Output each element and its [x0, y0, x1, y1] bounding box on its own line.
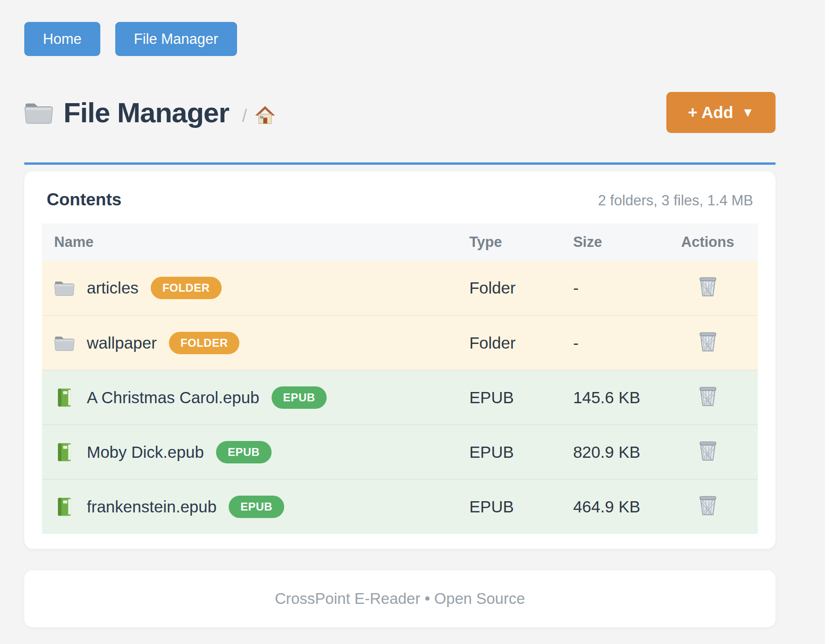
- trash-icon: [698, 401, 718, 408]
- footer: CrossPoint E-Reader • Open Source: [24, 570, 776, 627]
- type-cell: Folder: [457, 261, 561, 315]
- book-icon: [54, 497, 75, 517]
- size-cell: 464.9 KB: [561, 479, 657, 534]
- trash-icon: [698, 455, 718, 462]
- top-nav: Home File Manager: [24, 0, 776, 56]
- trash-icon: [698, 510, 718, 517]
- table-row[interactable]: A Christmas Carol.epub EPUB EPUB 145.6 K…: [42, 370, 758, 425]
- table-row[interactable]: frankenstein.epub EPUB EPUB 464.9 KB: [42, 479, 758, 534]
- table-row[interactable]: articles FOLDER Folder -: [42, 261, 758, 315]
- table-row[interactable]: Moby Dick.epub EPUB EPUB 820.9 KB: [42, 425, 758, 479]
- table-header-row: Name Type Size Actions: [42, 224, 758, 261]
- delete-button[interactable]: [698, 494, 718, 517]
- file-table: Name Type Size Actions: [42, 224, 758, 534]
- type-cell: EPUB: [457, 370, 561, 425]
- type-badge: EPUB: [216, 441, 272, 463]
- delete-button[interactable]: [698, 385, 718, 408]
- type-badge: EPUB: [272, 386, 327, 409]
- footer-text: CrossPoint E-Reader • Open Source: [275, 590, 525, 608]
- size-cell: -: [561, 261, 657, 315]
- add-button-label: + Add: [688, 103, 733, 122]
- type-cell: EPUB: [457, 425, 561, 479]
- file-name: wallpaper: [87, 334, 157, 352]
- file-name: frankenstein.epub: [87, 497, 217, 516]
- delete-button[interactable]: [698, 440, 718, 462]
- page-container: Home File Manager File Manager /: [24, 0, 776, 627]
- file-name: articles: [87, 279, 139, 297]
- chevron-down-icon: ▼: [741, 105, 754, 120]
- house-icon: [254, 119, 276, 126]
- book-icon: [54, 387, 75, 408]
- delete-button[interactable]: [698, 275, 718, 298]
- size-cell: -: [561, 315, 657, 370]
- book-icon: [54, 442, 75, 462]
- trash-icon: [698, 346, 718, 353]
- breadcrumb-home-link[interactable]: [254, 105, 276, 126]
- contents-summary: 2 folders, 3 files, 1.4 MB: [598, 192, 753, 209]
- type-badge: FOLDER: [151, 277, 222, 299]
- file-table-body: articles FOLDER Folder -: [42, 261, 758, 534]
- size-cell: 820.9 KB: [561, 425, 657, 479]
- file-name: A Christmas Carol.epub: [87, 388, 259, 407]
- file-manager-button[interactable]: File Manager: [115, 22, 237, 56]
- trash-icon: [698, 291, 718, 298]
- folder-icon: [54, 333, 75, 353]
- breadcrumb-separator: /: [242, 106, 247, 126]
- contents-card-header: Contents 2 folders, 3 files, 1.4 MB: [42, 190, 758, 224]
- home-button[interactable]: Home: [24, 22, 100, 56]
- page-title: File Manager: [63, 97, 229, 129]
- delete-button[interactable]: [698, 330, 718, 353]
- folder-icon: [54, 278, 75, 298]
- type-cell: Folder: [457, 315, 561, 370]
- type-badge: EPUB: [229, 496, 284, 518]
- column-header-type: Type: [457, 224, 561, 261]
- table-row[interactable]: wallpaper FOLDER Folder -: [42, 315, 758, 370]
- type-cell: EPUB: [457, 479, 561, 534]
- type-badge: FOLDER: [169, 332, 240, 354]
- title-group: File Manager /: [24, 97, 276, 129]
- page-header: File Manager / + Add ▼: [24, 89, 776, 136]
- folder-icon: [24, 100, 53, 125]
- column-header-size: Size: [561, 224, 657, 261]
- column-header-actions: Actions: [657, 224, 758, 261]
- header-divider: [24, 162, 776, 165]
- file-name: Moby Dick.epub: [87, 443, 204, 462]
- column-header-name: Name: [42, 224, 457, 261]
- contents-card: Contents 2 folders, 3 files, 1.4 MB Name…: [24, 171, 776, 549]
- size-cell: 145.6 KB: [561, 370, 657, 425]
- add-button[interactable]: + Add ▼: [666, 92, 776, 133]
- contents-heading: Contents: [47, 190, 121, 210]
